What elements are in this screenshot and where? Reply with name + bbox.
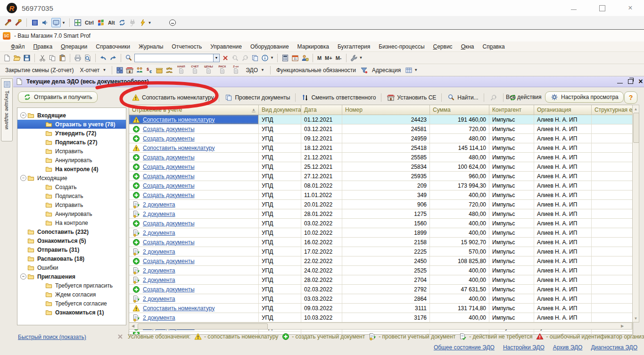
table-row[interactable]: Создать документыУПД02.03.2022279247 631… <box>129 285 633 294</box>
find-next-icon[interactable] <box>241 54 249 62</box>
menu-9[interactable]: Маркировка <box>293 42 333 51</box>
action-link[interactable]: 2 документа <box>143 248 175 255</box>
menu-12[interactable]: Сервис <box>429 42 457 51</box>
tree-item-7[interactable]: На контроле (4) <box>17 165 126 173</box>
action-link[interactable]: Сопоставить номенклатуру <box>143 145 215 151</box>
info-icon[interactable]: ▼ <box>261 54 274 62</box>
menu-3[interactable]: Операции <box>57 42 91 51</box>
send-ctrl-icon[interactable]: Ctrl <box>84 20 95 25</box>
memory-add-icon[interactable]: M+ <box>324 55 333 61</box>
menu-2[interactable]: Правка <box>29 42 57 51</box>
send-alt-icon[interactable]: Alt <box>107 20 116 25</box>
tree-item-23[interactable]: Ознакомиться (1) <box>17 308 126 317</box>
menu-14[interactable]: Справка <box>479 42 509 51</box>
tree-item-12[interactable]: Аннулировать <box>17 209 126 218</box>
x-report-button[interactable]: Х-отчет▼ <box>77 66 108 74</box>
addressing-icon[interactable]: ▼ <box>405 66 418 74</box>
search-input[interactable] <box>134 54 213 62</box>
all-actions-button[interactable]: Все действия▼ <box>506 94 548 100</box>
table-row[interactable]: 2 документаУПД20.01.2022906720,00Импульс… <box>129 200 633 209</box>
view-settings-button[interactable]: Настройка просмотра <box>545 91 624 103</box>
menu-11[interactable]: Бизнес-процессы <box>374 42 429 51</box>
table-row[interactable]: Сопоставить номенклатуруУПД18.12.2021254… <box>129 143 633 153</box>
connection-tools-icon[interactable] <box>4 18 12 27</box>
invoice-doc-icon[interactable]: СЧЕТ <box>189 65 201 75</box>
z-report-doc-icon[interactable]: Z-от <box>230 65 242 75</box>
action-link[interactable]: Создать документы <box>143 258 195 264</box>
table-row[interactable]: Создать документыУПД22.02.20222450108 82… <box>129 256 633 266</box>
child-restore-button[interactable] <box>625 76 636 87</box>
footer-link-2[interactable]: Настройки ЭДО <box>503 344 545 351</box>
stock-box-icon[interactable] <box>155 66 164 74</box>
vertical-scroll-thumb[interactable] <box>633 113 639 143</box>
tree-item-18[interactable]: Ошибки <box>17 263 126 272</box>
performance-icon[interactable]: ▼ <box>139 18 152 27</box>
currency-exchange-icon[interactable]: $€ <box>145 66 154 74</box>
change-responsible-button[interactable]: Сменить ответственного <box>299 92 377 103</box>
action-link[interactable]: Сопоставить номенклатуру <box>143 116 215 123</box>
scanner-tools-icon[interactable] <box>14 18 23 27</box>
footer-link-3[interactable]: Архив ЭДО <box>553 344 583 351</box>
chevron-down-icon[interactable]: ▼ <box>261 68 264 72</box>
rv-close-button[interactable]: × <box>621 0 640 16</box>
collapse-icon[interactable]: − <box>20 112 26 118</box>
column-header-2[interactable]: Вид документа <box>259 105 301 115</box>
action-link[interactable]: Сопоставить номенклатуру <box>143 305 215 312</box>
open-icon[interactable] <box>13 54 21 62</box>
copy-icon[interactable] <box>48 54 57 62</box>
table-row[interactable]: 2 документаУПД28.02.20222704400,00Импуль… <box>129 275 633 285</box>
chevron-down-icon[interactable]: ▼ <box>414 68 418 72</box>
column-header-7[interactable]: Организация <box>534 105 592 115</box>
waybill-doc-icon[interactable]: НАКЛ <box>175 65 187 75</box>
menu-1[interactable]: Файл <box>7 42 29 51</box>
paste-icon[interactable] <box>58 54 66 62</box>
print-preview-icon[interactable] <box>83 54 92 62</box>
menu-10[interactable]: Бухгалтерия <box>333 42 374 51</box>
save-icon[interactable] <box>23 54 31 62</box>
menu-6[interactable]: Отчетность <box>167 42 206 51</box>
tree-item-4[interactable]: Подписать (27) <box>17 138 126 147</box>
table-row[interactable]: Создать документыУПД03.02.20221560400,00… <box>129 219 633 228</box>
find-icon[interactable] <box>124 54 133 62</box>
partners-group-icon[interactable] <box>165 66 173 74</box>
action-link[interactable]: Создать документы <box>143 220 195 227</box>
post-documents-button[interactable]: Провести документы <box>223 92 291 103</box>
table-row[interactable]: Создать документыУПД16.02.2022215815 902… <box>129 238 633 247</box>
tree-item-22[interactable]: Требуется согласие <box>17 299 126 308</box>
scroll-down-icon[interactable]: ▼ <box>633 315 639 321</box>
column-header-3[interactable]: Дата <box>301 105 342 115</box>
horizontal-scroll-thumb[interactable] <box>138 323 268 330</box>
scroll-left-icon[interactable]: ◀ <box>130 323 136 329</box>
action-link[interactable]: Создать документы <box>143 286 195 293</box>
table-row[interactable]: Создать документыУПД11.01.2022349400,00И… <box>129 190 633 200</box>
menu-4[interactable]: Справочники <box>91 42 134 51</box>
action-link[interactable]: Создать документы <box>143 173 195 180</box>
memory-recall-icon[interactable]: M <box>316 55 322 61</box>
tree-item-16[interactable]: Отправить (31) <box>17 245 126 254</box>
tree-item-10[interactable]: Подписать <box>17 191 126 200</box>
find-previous-icon[interactable] <box>231 54 239 62</box>
tree-item-6[interactable]: Аннулировать <box>17 156 126 165</box>
action-link[interactable]: Создать документы <box>143 135 195 142</box>
send-receive-button[interactable]: Отправить и получить <box>18 91 98 103</box>
edo-menu-button[interactable]: ЭДО▼ <box>243 66 267 74</box>
tree-item-5[interactable]: Исправить <box>17 147 126 156</box>
table-row[interactable]: Создать документыУПД27.12.202125935960,0… <box>129 172 633 181</box>
store-icon[interactable] <box>125 66 134 74</box>
column-header-1[interactable]: Отражение в учете▲ <box>129 105 259 115</box>
tree-item-15[interactable]: Ознакомиться (5) <box>17 236 126 245</box>
service-settings-icon[interactable]: ▼ <box>350 54 363 62</box>
table-row[interactable]: 2 документаУПД03.03.20222864400,00Импуль… <box>129 294 633 304</box>
connection-list-icon[interactable] <box>31 18 39 27</box>
action-link[interactable]: Создать документы <box>143 239 195 246</box>
cut-icon[interactable] <box>38 54 47 62</box>
action-link[interactable]: 2 документа <box>143 201 175 208</box>
action-link[interactable]: 2 документа <box>143 314 175 321</box>
send-winkey-icon[interactable] <box>97 18 105 27</box>
child-minimize-button[interactable] <box>615 76 625 87</box>
action-link[interactable]: Создать документы <box>143 154 195 161</box>
tree-item-14[interactable]: Сопоставить (232) <box>17 227 126 236</box>
collapse-icon[interactable]: − <box>20 175 26 181</box>
functional-duties-icon[interactable] <box>360 66 368 74</box>
table-row[interactable]: 2 документаУПД17.02.20222225570,00Импуль… <box>129 247 633 256</box>
